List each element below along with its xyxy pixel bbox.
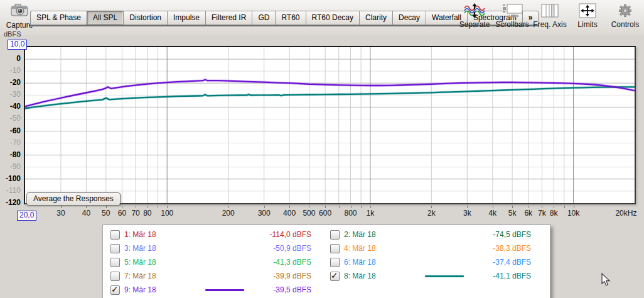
scrollbars-icon bbox=[493, 3, 531, 20]
legend-checkbox-8[interactable] bbox=[330, 272, 340, 281]
x-axis-label: 600 bbox=[319, 209, 331, 218]
legend-value-6: -37,4 dBFS bbox=[485, 258, 531, 267]
y-axis-label: -80 bbox=[1, 150, 21, 159]
legend-checkbox-3[interactable] bbox=[110, 244, 120, 253]
legend-value-4: -38,3 dBFS bbox=[485, 244, 531, 253]
legend-checkbox-6[interactable] bbox=[330, 258, 340, 267]
legend-row-2: 2: Mär 18-74,5 dBFS bbox=[330, 228, 531, 241]
x-axis-tick bbox=[529, 206, 529, 208]
x-axis-label: 10k bbox=[567, 209, 579, 218]
x-axis-tick bbox=[122, 206, 122, 208]
legend-checkbox-5[interactable] bbox=[110, 258, 120, 267]
y-axis-top-limit-input[interactable]: 10,0 bbox=[8, 40, 27, 50]
toolbar: Capture SPL & PhaseAll SPLDistortionImpu… bbox=[0, 0, 644, 35]
tab-decay[interactable]: Decay bbox=[392, 11, 426, 25]
scrollbars-button[interactable]: Scrollbars bbox=[493, 3, 531, 29]
trace-line-swatch bbox=[425, 275, 464, 277]
tab-rt60[interactable]: RT60 bbox=[275, 11, 305, 25]
y-axis-label: 0 bbox=[1, 54, 21, 63]
y-axis-label: -30 bbox=[1, 90, 21, 99]
x-axis-left-limit-input[interactable]: 20,0 bbox=[17, 211, 36, 221]
legend-swatch-9 bbox=[184, 289, 266, 291]
tab-impulse[interactable]: Impulse bbox=[167, 11, 205, 25]
camera-icon bbox=[9, 11, 30, 20]
legend-label-2[interactable]: 2: Mär 18 bbox=[344, 230, 404, 239]
x-axis-label: 1k bbox=[367, 209, 375, 218]
x-axis-tick bbox=[106, 206, 107, 208]
legend-checkbox-4[interactable] bbox=[330, 244, 340, 253]
y-axis-label: -60 bbox=[1, 126, 21, 135]
legend-checkbox-1[interactable] bbox=[110, 230, 120, 240]
y-axis-title: dBFS bbox=[4, 30, 21, 38]
y-axis-label: -10 bbox=[1, 66, 21, 75]
x-axis-tick bbox=[148, 206, 148, 208]
x-axis-tick bbox=[554, 206, 554, 208]
spl-plot-area[interactable] bbox=[24, 46, 636, 204]
tab-distortion[interactable]: Distortion bbox=[123, 11, 167, 25]
x-axis-label: 80 bbox=[143, 209, 151, 218]
x-axis-label: 40 bbox=[82, 209, 90, 218]
y-axis-label: -20 bbox=[1, 78, 21, 87]
spl-chart bbox=[25, 47, 635, 203]
measurement-legend-panel: 1: Mär 18-114,0 dBFS3: Mär 18-50,9 dBFS5… bbox=[102, 224, 550, 298]
legend-row-9: 9: Mär 18-39,5 dBFS bbox=[110, 283, 311, 297]
x-axis-tick bbox=[86, 206, 87, 208]
limits-button[interactable]: Limits bbox=[569, 3, 606, 29]
x-axis-label: 5k bbox=[508, 209, 517, 218]
mouse-cursor bbox=[601, 273, 611, 289]
tab-clarity[interactable]: Clarity bbox=[359, 11, 392, 25]
legend-row-1: 1: Mär 18-114,0 dBFS bbox=[110, 228, 311, 241]
x-axis-label: 70 bbox=[131, 209, 139, 218]
x-axis-label: 60 bbox=[118, 209, 126, 218]
y-axis-label: -90 bbox=[1, 162, 21, 171]
freq-axis-label: Freq. Axis bbox=[531, 20, 569, 29]
legend-label-8[interactable]: 8: Mär 18 bbox=[344, 272, 404, 280]
separate-label: Separate bbox=[456, 20, 493, 29]
x-axis-tick bbox=[136, 206, 136, 208]
legend-label-4[interactable]: 4: Mär 18 bbox=[344, 244, 404, 253]
toolbar-tools: SeparateScrollbarsFreq. AxisLimitsContro… bbox=[456, 3, 644, 29]
legend-checkbox-9[interactable] bbox=[110, 285, 120, 295]
legend-label-9[interactable]: 9: Mär 18 bbox=[124, 285, 184, 294]
legend-row-7: 7: Mär 18-39,9 dBFS bbox=[110, 269, 311, 283]
controls-label: Controls bbox=[606, 20, 644, 29]
average-responses-button[interactable]: Average the Responses bbox=[26, 192, 121, 206]
x-axis-label: 4k bbox=[488, 209, 496, 218]
x-axis-tick bbox=[167, 206, 168, 208]
trace-line-swatch bbox=[205, 289, 244, 291]
tab-gd[interactable]: GD bbox=[252, 11, 275, 25]
x-axis-label: 200 bbox=[222, 209, 235, 218]
x-axis-label: 8k bbox=[550, 209, 558, 218]
legend-value-2: -74,5 dBFS bbox=[485, 230, 531, 239]
x-axis-label: 6k bbox=[524, 209, 532, 218]
controls-button[interactable]: Controls bbox=[606, 3, 644, 29]
legend-label-6[interactable]: 6: Mär 18 bbox=[344, 258, 404, 267]
legend-checkbox-2[interactable] bbox=[330, 230, 340, 240]
tab-spl-phase[interactable]: SPL & Phase bbox=[30, 11, 87, 25]
x-axis-tick bbox=[228, 206, 229, 208]
freq-axis-button[interactable]: Freq. Axis bbox=[531, 3, 569, 29]
legend-row-8: 8: Mär 18-41,1 dBFS bbox=[330, 269, 531, 283]
legend-value-1: -114,0 dBFS bbox=[266, 230, 311, 239]
x-axis-tick bbox=[61, 206, 62, 208]
limits-icon bbox=[569, 3, 606, 20]
tab-all-spl[interactable]: All SPL bbox=[87, 11, 123, 25]
x-axis-tick bbox=[431, 206, 432, 208]
legend-label-5[interactable]: 5: Mär 18 bbox=[124, 258, 184, 267]
x-axis-tick bbox=[289, 206, 290, 208]
legend-value-5: -41,3 dBFS bbox=[266, 258, 311, 267]
x-axis-tick bbox=[264, 206, 265, 208]
legend-label-3[interactable]: 3: Mär 18 bbox=[124, 244, 184, 253]
y-axis-label: -100 bbox=[1, 174, 21, 183]
legend-column-left: 1: Mär 18-114,0 dBFS3: Mär 18-50,9 dBFS5… bbox=[110, 228, 311, 297]
separate-button[interactable]: Separate bbox=[456, 3, 493, 29]
tab-rt60-decay[interactable]: RT60 Decay bbox=[306, 11, 359, 25]
x-axis-label: 2k bbox=[427, 209, 436, 218]
legend-checkbox-7[interactable] bbox=[110, 272, 120, 281]
controls-icon bbox=[606, 3, 644, 20]
x-axis-label: 7k bbox=[538, 209, 546, 218]
legend-label-1[interactable]: 1: Mär 18 bbox=[124, 230, 184, 239]
tab-filtered-ir[interactable]: Filtered IR bbox=[205, 11, 252, 25]
freq-axis-icon bbox=[531, 3, 569, 20]
legend-label-7[interactable]: 7: Mär 18 bbox=[124, 272, 184, 280]
